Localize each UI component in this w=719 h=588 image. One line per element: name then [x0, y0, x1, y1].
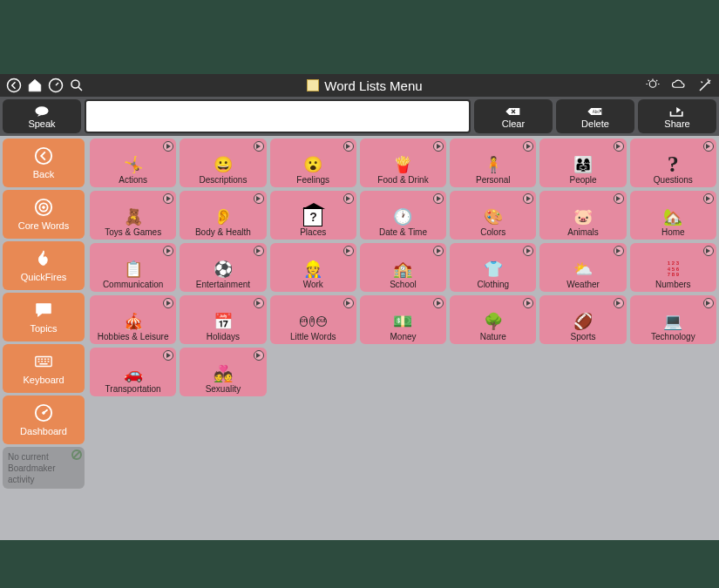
- sidebar-keyboard[interactable]: Keyboard: [3, 344, 85, 393]
- sidebar-boardmaker-disabled: No currentBoardmakeractivity: [3, 447, 85, 489]
- tile-label: Actions: [119, 176, 147, 185]
- share-button[interactable]: Share: [638, 99, 716, 133]
- folder-arrow-icon: [703, 246, 714, 256]
- tile-places[interactable]: ?Places: [270, 191, 356, 240]
- tile-icon: 🤸: [121, 153, 146, 176]
- search-icon[interactable]: [68, 77, 85, 94]
- svg-point-2: [71, 80, 79, 88]
- tile-actions[interactable]: 🤸Actions: [90, 139, 176, 187]
- folder-arrow-icon: [343, 246, 354, 256]
- tile-label: Colors: [480, 228, 505, 237]
- flame-icon: [33, 249, 54, 270]
- tile-label: Nature: [480, 333, 506, 341]
- tile-animals[interactable]: 🐷Animals: [539, 191, 626, 240]
- folder-arrow-icon: [703, 298, 714, 308]
- tile-transportation[interactable]: 🚗Transportation: [90, 348, 176, 396]
- tile-icon: 🏈: [571, 310, 595, 333]
- tile-label: People: [569, 176, 596, 185]
- back-icon[interactable]: [5, 77, 23, 94]
- little-words-icon: onifbut: [301, 310, 325, 333]
- folder-arrow-icon: [433, 193, 444, 204]
- grid-scroll[interactable]: 🤸Actions😀Descriptions😮Feelings🍟Food & Dr…: [87, 136, 719, 540]
- message-input-wrap: [85, 99, 471, 133]
- folder-arrow-icon: [614, 298, 624, 308]
- cloud-sync-icon[interactable]: [670, 77, 688, 94]
- svg-point-0: [8, 79, 21, 92]
- tile-icon: 🧍: [481, 153, 505, 176]
- page-title: Word Lists Menu: [91, 78, 639, 93]
- folder-arrow-icon: [163, 298, 173, 308]
- tile-icon: 🏡: [661, 206, 685, 228]
- folder-arrow-icon: [703, 141, 714, 152]
- tile-people[interactable]: 👨‍👩‍👧People: [539, 139, 626, 187]
- sidebar-back[interactable]: Back: [3, 139, 85, 187]
- tile-work[interactable]: 👷Work: [270, 243, 356, 292]
- folder-arrow-icon: [254, 193, 264, 204]
- svg-point-12: [43, 412, 45, 415]
- magic-wand-icon[interactable]: [696, 77, 714, 94]
- share-icon: [668, 105, 686, 118]
- speak-button[interactable]: Speak: [3, 99, 81, 133]
- tile-colors[interactable]: 🎨Colors: [450, 191, 536, 240]
- sidebar-item-label: QuickFires: [21, 272, 67, 282]
- tile-icon: 👷: [301, 258, 325, 280]
- tile-date-time[interactable]: 🕐Date & Time: [360, 191, 446, 240]
- tile-money[interactable]: 💵Money: [360, 295, 446, 344]
- tile-body-health[interactable]: 👂Body & Health: [180, 191, 266, 240]
- folder-arrow-icon: [343, 193, 354, 204]
- delete-button[interactable]: Abc Delete: [556, 99, 634, 133]
- tile-food-drink[interactable]: 🍟Food & Drink: [360, 139, 446, 187]
- tile-sports[interactable]: 🏈Sports: [539, 295, 626, 344]
- notepad-icon: [307, 79, 319, 91]
- sidebar-item-label: Dashboard: [20, 426, 67, 436]
- sidebar-core-words[interactable]: Core Words: [3, 190, 85, 239]
- tile-entertainment[interactable]: ⚽Entertainment: [180, 243, 266, 292]
- gauge-icon[interactable]: [47, 77, 64, 94]
- tile-nature[interactable]: 🌳Nature: [450, 295, 536, 344]
- tile-personal[interactable]: 🧍Personal: [450, 139, 536, 187]
- sidebar-topics[interactable]: Topics: [3, 293, 85, 341]
- tile-label: Clothing: [477, 280, 509, 289]
- tile-holidays[interactable]: 📅Holidays: [180, 295, 266, 344]
- tile-hobbies-leisure[interactable]: 🎪Hobbies & Leisure: [90, 295, 176, 344]
- svg-point-3: [649, 81, 656, 88]
- tile-icon: 💻: [661, 310, 685, 333]
- tile-clothing[interactable]: 👕Clothing: [450, 243, 536, 292]
- tile-label: Body & Health: [195, 228, 251, 237]
- tile-label: Transportation: [105, 385, 161, 394]
- clear-button[interactable]: Clear: [474, 99, 553, 133]
- tile-toys-games[interactable]: 🧸Toys & Games: [90, 191, 176, 240]
- tile-questions[interactable]: ?Questions: [630, 139, 716, 187]
- tile-weather[interactable]: ⛅Weather: [539, 243, 626, 292]
- folder-arrow-icon: [163, 246, 173, 256]
- tile-numbers[interactable]: 1 2 3 4 5 6 7 8 9Numbers: [630, 243, 716, 292]
- sidebar-dashboard[interactable]: Dashboard: [3, 395, 85, 444]
- tile-descriptions[interactable]: 😀Descriptions: [180, 139, 266, 187]
- tile-technology[interactable]: 💻Technology: [630, 295, 716, 344]
- delete-icon: Abc: [587, 105, 604, 118]
- message-input[interactable]: [85, 99, 471, 133]
- lightbulb-icon[interactable]: [644, 77, 661, 94]
- tile-sexuality[interactable]: 💑Sexuality: [180, 348, 266, 396]
- tile-feelings[interactable]: 😮Feelings: [270, 139, 356, 187]
- question-icon: ?: [661, 153, 685, 176]
- tile-label: Hobbies & Leisure: [98, 333, 169, 341]
- tile-little-words[interactable]: onifbutLittle Words: [270, 295, 356, 344]
- tile-icon: 👕: [481, 258, 505, 280]
- tile-school[interactable]: 🏫School: [360, 243, 446, 292]
- tile-icon: 🧸: [121, 206, 146, 228]
- tile-communication[interactable]: 📋Communication: [90, 243, 176, 292]
- tile-icon: 🕐: [390, 206, 415, 228]
- tile-label: Places: [300, 228, 326, 237]
- tile-icon: 🎪: [121, 310, 146, 333]
- folder-arrow-icon: [343, 298, 354, 308]
- titlebar-right-icons: [644, 77, 714, 94]
- tile-label: Weather: [566, 280, 600, 289]
- tile-icon: 😮: [301, 153, 325, 176]
- tile-home[interactable]: 🏡Home: [630, 191, 716, 240]
- sidebar-quickfires[interactable]: QuickFires: [3, 241, 85, 290]
- folder-arrow-icon: [523, 246, 533, 256]
- tile-icon: 👂: [211, 206, 235, 228]
- home-icon[interactable]: [26, 77, 44, 94]
- numbers-icon: 1 2 3 4 5 6 7 8 9: [661, 258, 685, 280]
